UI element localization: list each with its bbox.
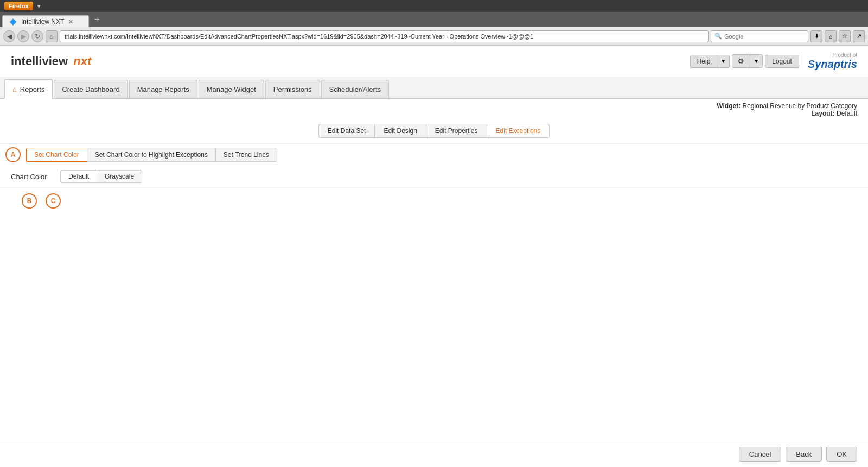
layout-label: Layout: [811,110,834,117]
back-button[interactable]: ◀ [3,30,15,42]
logo-intelliview: intelliview [11,54,68,68]
more-tools[interactable]: ↗ [853,30,865,42]
tab-scheduler-alerts-label: Scheduler/Alerts [329,85,381,93]
search-icon: 🔍 [714,33,722,40]
tab-close-icon[interactable]: ✕ [68,18,73,26]
browser-chrome: Firefox ▼ [0,0,868,12]
new-tab-button[interactable]: + [90,15,104,24]
widget-info: Widget: Regional Revenue by Product Cate… [0,99,868,118]
browser-tab[interactable]: 🔷 Intelliview NXT ✕ [2,15,89,27]
firefox-button[interactable]: Firefox [4,2,33,10]
widget-value: Regional Revenue by Product Category [743,102,857,110]
edit-design-button[interactable]: Edit Design [374,124,425,138]
synaptris-branding: Product of Synaptris [808,52,857,71]
widget-label: Widget: [717,102,741,110]
chart-color-label: Chart Color [11,173,52,181]
search-container: 🔍 [711,30,808,42]
page-footer: Cancel Back OK [0,441,868,467]
forward-button[interactable]: ▶ [17,30,29,42]
tab-permissions-label: Permissions [273,85,312,93]
sub-toolbar-buttons: Edit Data Set Edit Design Edit Propertie… [318,124,550,138]
firefox-dropdown: ▼ [36,3,42,9]
content-area [0,214,868,399]
markers-row: B C [0,188,868,214]
tab-bar: 🔷 Intelliview NXT ✕ + [0,12,868,27]
cancel-button[interactable]: Cancel [739,447,781,462]
logo-space [69,54,72,68]
edit-properties-button[interactable]: Edit Properties [426,124,487,138]
reload-button[interactable]: ↻ [31,30,43,42]
settings-dropdown-button[interactable]: ▼ [750,54,763,68]
tab-manage-reports-label: Manage Reports [137,85,189,93]
address-bar: ◀ ▶ ↻ ⌂ 🔍 ⬇ ⌂ ☆ ↗ [0,27,868,46]
header-right: Help ▼ ⚙ ▼ Logout Product of Synaptris [690,52,857,71]
logo: intelliview nxt [11,54,91,68]
marker-a: A [5,147,21,162]
marker-action-row: A Set Chart Color Set Chart Color to Hig… [0,144,868,166]
marker-b: B [22,193,37,209]
tab-reports[interactable]: ⌂ Reports [4,79,53,99]
logout-button[interactable]: Logout [765,55,799,68]
marker-c: C [46,193,61,209]
set-trend-lines-button[interactable]: Set Trend Lines [215,148,277,162]
set-chart-color-highlight-button[interactable]: Set Chart Color to Highlight Exceptions [87,148,215,162]
color-tabs: Default Grayscale [60,170,142,183]
tab-scheduler-alerts[interactable]: Scheduler/Alerts [321,80,389,98]
tab-create-dashboard[interactable]: Create Dashboard [54,80,127,98]
layout-value: Default [837,110,857,117]
action-buttons: Set Chart Color Set Chart Color to Highl… [26,148,277,162]
tab-create-dashboard-label: Create Dashboard [62,85,119,93]
ok-button[interactable]: OK [826,447,857,462]
back-footer-button[interactable]: Back [786,447,822,462]
synaptris-brand: Synaptris [808,58,857,70]
tab-title: Intelliview NXT [21,18,64,26]
nav-tabs: ⌂ Reports Create Dashboard Manage Report… [0,77,868,99]
settings-button[interactable]: ⚙ [732,54,750,68]
default-tab[interactable]: Default [60,170,97,183]
help-dropdown-button[interactable]: ▼ [717,55,730,68]
help-button[interactable]: Help [690,55,718,68]
tab-manage-widget[interactable]: Manage Widget [199,80,264,98]
tab-reports-label: Reports [20,85,45,93]
edit-data-set-button[interactable]: Edit Data Set [318,124,375,138]
sub-toolbar: Edit Data Set Edit Design Edit Propertie… [0,118,868,144]
chart-color-section: Chart Color Default Grayscale [0,166,868,188]
logo-nxt: nxt [73,54,91,68]
tab-favicon: 🔷 [9,18,17,26]
toolbar-menu[interactable]: ☆ [839,30,851,42]
home-button[interactable]: ⌂ [46,30,58,42]
help-btn-group: Help ▼ [690,55,730,68]
tab-manage-widget-label: Manage Widget [207,85,256,93]
grayscale-tab[interactable]: Grayscale [97,170,142,183]
edit-exceptions-button[interactable]: Edit Exceptions [487,124,550,138]
address-input[interactable] [60,30,709,42]
app-header: intelliview nxt Help ▼ ⚙ ▼ Logout Produc… [0,46,868,77]
settings-btn-group: ⚙ ▼ [732,54,763,68]
product-of-label: Product of [808,52,857,58]
set-chart-color-button[interactable]: Set Chart Color [26,148,87,162]
bookmark-icon[interactable]: ⬇ [810,30,822,42]
search-input[interactable] [724,33,789,40]
bookmark-star[interactable]: ⌂ [825,30,837,42]
home-icon: ⌂ [12,85,17,93]
tab-manage-reports[interactable]: Manage Reports [129,80,197,98]
tab-permissions[interactable]: Permissions [265,80,320,98]
